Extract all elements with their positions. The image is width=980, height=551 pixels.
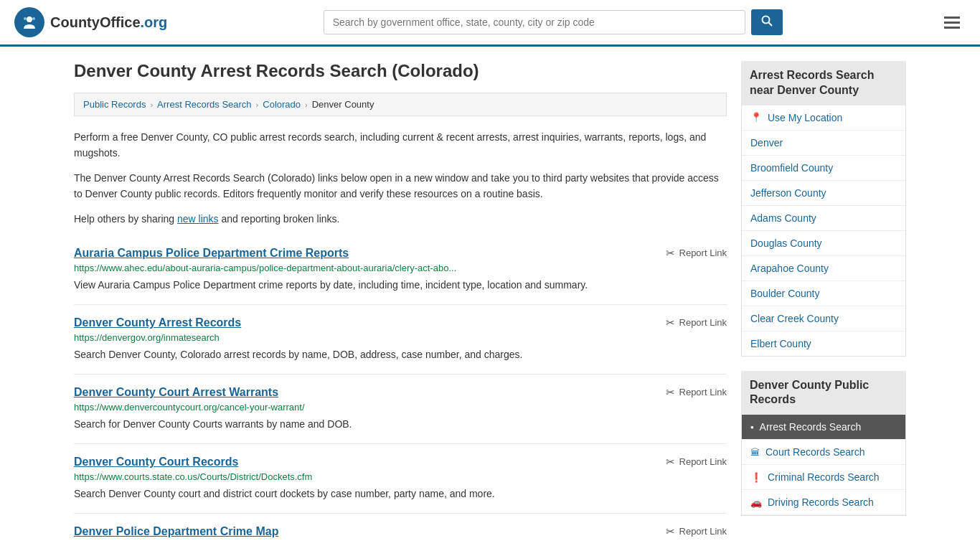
sidebar: Arrest Records Search near Denver County… — [741, 61, 906, 551]
report-link-button[interactable]: ✂ Report Link — [666, 247, 727, 260]
pr-court-records-link[interactable]: 🏛 Court Records Search — [742, 440, 905, 465]
breadcrumb-colorado[interactable]: Colorado — [263, 99, 301, 110]
result-item: Auraria Campus Police Department Crime R… — [74, 235, 727, 305]
search-button[interactable] — [751, 9, 783, 35]
report-label: Report Link — [679, 387, 727, 397]
court-records-icon: 🏛 — [750, 447, 760, 458]
sidebar-link-elbert[interactable]: Elbert County — [742, 331, 905, 356]
search-input[interactable] — [324, 10, 745, 34]
public-records-section: Denver County Public Records ▪ Arrest Re… — [741, 371, 906, 517]
result-title[interactable]: Denver County Court Records — [74, 456, 238, 468]
main-content: Denver County Arrest Records Search (Col… — [60, 47, 920, 551]
report-label: Report Link — [679, 317, 727, 328]
report-icon: ✂ — [666, 386, 675, 399]
breadcrumb: Public Records › Arrest Records Search ›… — [74, 93, 727, 116]
pr-driving-records-link[interactable]: 🚗 Driving Records Search — [742, 490, 905, 515]
result-url[interactable]: https://www.denvercountycourt.org/cancel… — [74, 402, 727, 413]
pr-arrest-records-link[interactable]: ▪ Arrest Records Search — [742, 415, 905, 440]
nearby-header: Arrest Records Search near Denver County — [741, 61, 906, 105]
report-icon: ✂ — [666, 456, 675, 468]
sidebar-link-jefferson[interactable]: Jefferson County — [742, 181, 905, 206]
pr-criminal-label: Criminal Records Search — [768, 471, 880, 483]
use-location-label: Use My Location — [768, 112, 842, 123]
result-url[interactable]: https://denvergov.org/inmatesearch — [74, 332, 727, 343]
sidebar-link-broomfield[interactable]: Broomfield County — [742, 156, 905, 181]
nearby-link-label: Jefferson County — [750, 187, 826, 199]
report-link-button[interactable]: ✂ Report Link — [666, 316, 727, 329]
pr-driving-label: Driving Records Search — [768, 496, 874, 508]
report-link-button[interactable]: ✂ Report Link — [666, 525, 727, 538]
logo-text: CountyOffice.org — [50, 14, 167, 31]
content-area: Denver County Arrest Records Search (Col… — [74, 61, 727, 551]
breadcrumb-denver: Denver County — [312, 99, 374, 110]
report-link-button[interactable]: ✂ Report Link — [666, 386, 727, 399]
report-label: Report Link — [679, 248, 727, 258]
public-records-links: ▪ Arrest Records Search 🏛 Court Records … — [741, 415, 906, 516]
result-item: Denver County Court Records ✂ Report Lin… — [74, 444, 727, 514]
pr-criminal-records-link[interactable]: ❗ Criminal Records Search — [742, 465, 905, 490]
result-desc: Search for Denver County Courts warrants… — [74, 417, 727, 432]
menu-line — [944, 27, 960, 29]
sidebar-link-denver[interactable]: Denver — [742, 131, 905, 156]
page-title: Denver County Arrest Records Search (Col… — [74, 61, 727, 81]
result-item: Denver Police Department Crime Map ✂ Rep… — [74, 514, 727, 551]
result-title[interactable]: Denver County Arrest Records — [74, 316, 241, 329]
use-my-location-link[interactable]: 📍 Use My Location — [742, 105, 905, 131]
results-list: Auraria Campus Police Department Crime R… — [74, 235, 727, 551]
logo-area: CountyOffice.org — [14, 7, 167, 37]
svg-point-2 — [24, 17, 27, 20]
nearby-link-label: Douglas County — [750, 237, 822, 249]
nearby-link-label: Boulder County — [750, 288, 820, 299]
svg-point-1 — [27, 17, 32, 22]
report-icon: ✂ — [666, 247, 675, 260]
result-desc: Search Denver County, Colorado arrest re… — [74, 347, 727, 362]
nearby-link-label: Broomfield County — [750, 162, 833, 174]
menu-line — [944, 17, 960, 19]
result-desc: Search Denver County court and district … — [74, 486, 727, 501]
breadcrumb-sep: › — [305, 100, 308, 109]
pr-arrest-label: Arrest Records Search — [760, 421, 862, 433]
result-title[interactable]: Denver Police Department Crime Map — [74, 525, 278, 538]
result-title[interactable]: Auraria Campus Police Department Crime R… — [74, 247, 349, 260]
svg-line-5 — [768, 23, 772, 27]
sidebar-link-adams[interactable]: Adams County — [742, 206, 905, 231]
result-url[interactable]: https://www.ahec.edu/about-auraria-campu… — [74, 263, 727, 273]
nearby-section: Arrest Records Search near Denver County… — [741, 61, 906, 357]
sidebar-link-boulder[interactable]: Boulder County — [742, 281, 905, 306]
breadcrumb-public-records[interactable]: Public Records — [83, 99, 146, 110]
header: CountyOffice.org — [0, 0, 980, 47]
report-icon: ✂ — [666, 316, 675, 329]
sidebar-link-douglas[interactable]: Douglas County — [742, 231, 905, 256]
breadcrumb-arrest-records[interactable]: Arrest Records Search — [157, 99, 252, 110]
result-item: Denver County Arrest Records ✂ Report Li… — [74, 305, 727, 375]
description-2: The Denver County Arrest Records Search … — [74, 170, 727, 202]
report-label: Report Link — [679, 456, 727, 467]
pr-court-label: Court Records Search — [765, 446, 865, 458]
nearby-link-label: Clear Creek County — [750, 313, 839, 324]
svg-point-4 — [762, 17, 769, 24]
menu-line — [944, 22, 960, 24]
svg-point-3 — [32, 17, 35, 20]
description-1: Perform a free Denver County, CO public … — [74, 129, 727, 161]
public-records-header-text: Denver County Public Records — [750, 379, 869, 406]
nearby-links: 📍 Use My Location Denver Broomfield Coun… — [741, 105, 906, 357]
hamburger-menu-button[interactable] — [938, 14, 966, 32]
result-item: Denver County Court Arrest Warrants ✂ Re… — [74, 375, 727, 444]
sidebar-link-clearcreek[interactable]: Clear Creek County — [742, 306, 905, 331]
result-url[interactable]: https://www.courts.state.co.us/Courts/Di… — [74, 471, 727, 482]
nearby-link-label: Adams County — [750, 212, 816, 224]
nearby-link-label: Elbert County — [750, 338, 811, 349]
nearby-header-text: Arrest Records Search near Denver County — [750, 69, 874, 96]
report-icon: ✂ — [666, 525, 675, 538]
result-title[interactable]: Denver County Court Arrest Warrants — [74, 386, 278, 399]
arrest-records-icon: ▪ — [750, 422, 754, 433]
sidebar-link-arapahoe[interactable]: Arapahoe County — [742, 256, 905, 281]
driving-records-icon: 🚗 — [750, 497, 762, 508]
new-links-link[interactable]: new links — [177, 213, 219, 225]
nearby-link-label: Denver — [750, 137, 783, 149]
breadcrumb-sep: › — [256, 100, 259, 109]
report-link-button[interactable]: ✂ Report Link — [666, 456, 727, 468]
result-desc: View Auraria Campus Police Department cr… — [74, 278, 727, 293]
logo-icon — [14, 7, 44, 37]
breadcrumb-sep: › — [150, 100, 153, 109]
